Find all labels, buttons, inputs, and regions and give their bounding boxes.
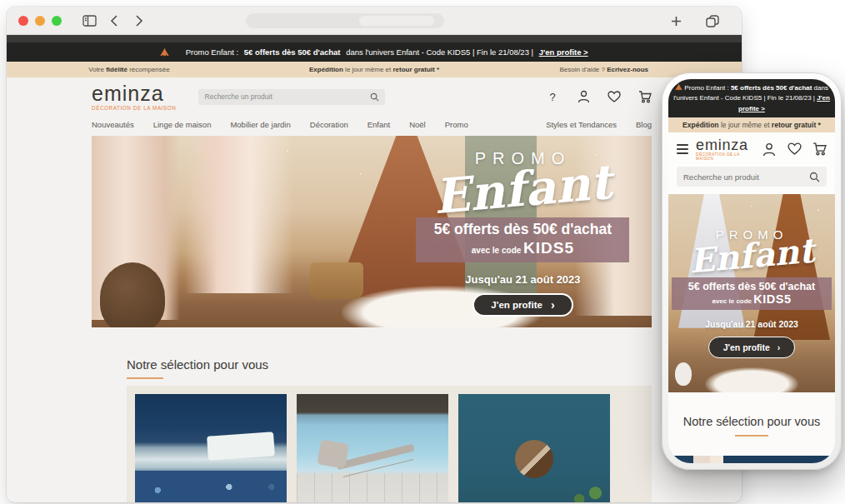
search-icon[interactable]	[809, 172, 820, 182]
teddy-bear-decor	[100, 262, 165, 327]
mobile-logo[interactable]: eminza DÉCORATION DE LA MAISON	[696, 137, 755, 161]
main-nav: Nouveautés Linge de maison Mobilier de j…	[7, 114, 742, 134]
search-bar[interactable]	[198, 89, 385, 105]
hero-cta-button[interactable]: J'en profite›	[472, 293, 572, 317]
nav-item-nouveautes[interactable]: Nouveautés	[92, 120, 134, 129]
hero-offer-strip: 5€ offerts dès 50€ d'achat avec le code …	[416, 217, 629, 262]
nav-item-linge-de-maison[interactable]: Linge de maison	[153, 120, 212, 129]
pink-canopy-decor	[185, 136, 293, 293]
hero-promo-code: KIDS5	[523, 239, 574, 257]
logo-tagline: DÉCORATION DE LA MAISON	[92, 105, 177, 111]
loyalty-text: Votre	[88, 66, 106, 73]
duvet-decor	[135, 471, 287, 502]
tab-overview-icon[interactable]	[703, 12, 722, 30]
promo-banner-text-middle: dans l'univers Enfant - Code KIDS5 | Fin…	[344, 47, 536, 57]
wishlist-heart-icon[interactable]	[788, 142, 802, 157]
mobile-logo-tagline: DÉCORATION DE LA MAISON	[696, 152, 755, 161]
logo[interactable]: eminza DÉCORATION DE LA MAISON	[92, 83, 177, 111]
product-image-pool-sun-lounger[interactable]	[297, 394, 448, 502]
product-image-raffia-round-mirror[interactable]	[458, 394, 610, 502]
hero-offer-strip: 5€ offerts dès 50€ d'achat avec le code …	[672, 277, 832, 310]
banner-top-strip	[7, 35, 742, 42]
loyalty-link[interactable]: Votre fidélité récompensée	[7, 66, 252, 73]
tent-icon	[675, 83, 682, 91]
nav-item-blog[interactable]: Blog	[636, 120, 652, 129]
mobile-selection-section: Notre sélection pour vous	[668, 392, 835, 456]
promo-banner-text-prefix: Promo Enfant :	[186, 47, 241, 57]
info-bar: Votre fidélité récompensée Expédition le…	[7, 62, 742, 77]
browser-toolbar	[7, 7, 742, 35]
address-bar[interactable]	[246, 13, 444, 28]
webpage: Promo Enfant : 5€ offerts dès 50€ d'acha…	[7, 35, 742, 502]
nav-item-enfant[interactable]: Enfant	[368, 120, 390, 129]
browser-window: Promo Enfant : 5€ offerts dès 50€ d'acha…	[7, 7, 742, 502]
nav-item-noel[interactable]: Noël	[409, 120, 426, 129]
nav-item-decoration[interactable]: Décoration	[310, 120, 348, 129]
lounger-decor	[337, 444, 415, 471]
product-image-blue-floral-bedding[interactable]	[135, 394, 287, 502]
mobile-hero-overlay: PROMO Enfant 5€ offerts dès 50€ d'achat …	[668, 194, 835, 392]
mobile-promo-offer: 5€ offerts dès 50€ d'achat	[731, 84, 812, 92]
basket-decor	[310, 262, 363, 299]
forward-icon[interactable]	[130, 12, 148, 30]
fullscreen-window-button[interactable]	[52, 16, 62, 26]
hero-overlay: PROMO Enfant 5€ offerts dès 50€ d'achat …	[394, 136, 652, 327]
promo-banner-cta-link[interactable]: J'en profite >	[539, 47, 588, 57]
pillow-decor	[207, 432, 275, 460]
address-bar-field	[359, 16, 434, 26]
title-underline	[127, 377, 163, 379]
header-icons: ?	[546, 90, 652, 103]
nav-item-promo[interactable]: Promo	[445, 120, 468, 129]
loyalty-text-bold: fidélité	[106, 66, 128, 73]
shipping-mid: le jour même et	[343, 66, 393, 73]
hero-offer-line: 5€ offerts dès 50€ d'achat	[416, 221, 629, 238]
close-window-button[interactable]	[18, 16, 28, 26]
hero-offer-line: 5€ offerts dès 50€ d'achat	[672, 281, 832, 292]
account-icon[interactable]	[577, 90, 590, 103]
logo-wordmark: eminza	[92, 83, 177, 104]
screenshot-canvas: Promo Enfant : 5€ offerts dès 50€ d'acha…	[0, 0, 845, 504]
nav-item-styles-et-tendances[interactable]: Styles et Tendances	[546, 120, 617, 129]
lemon-plant-decor	[563, 481, 610, 502]
mobile-info-bar: Expédition le jour même et retour gratui…	[668, 117, 835, 132]
menu-icon[interactable]	[677, 144, 688, 153]
mobile-screen: Promo Enfant : 5€ offerts dès 50€ d'acha…	[668, 79, 835, 463]
hero-banner[interactable]: PROMO Enfant 5€ offerts dès 50€ d'achat …	[92, 136, 652, 327]
account-icon[interactable]	[762, 142, 777, 157]
mobile-promo-banner[interactable]: Promo Enfant : 5€ offerts dès 50€ d'acha…	[668, 79, 835, 117]
mobile-search-bar[interactable]	[677, 167, 827, 187]
product-grid	[127, 386, 652, 502]
help-text-bold: Ecrivez-nous	[607, 66, 648, 73]
nav-item-mobilier-de-jardin[interactable]: Mobilier de jardin	[230, 120, 290, 129]
deck-planks-decor	[297, 473, 448, 502]
mobile-section-title: Notre sélection pour vous	[668, 415, 835, 428]
mobile-search-input[interactable]	[683, 172, 809, 182]
title-underline	[735, 435, 768, 437]
sidebar-toggle-icon[interactable]	[80, 12, 98, 30]
hero-cta-label: J'en profite	[491, 300, 542, 310]
help-icon[interactable]: ?	[546, 90, 559, 103]
promo-banner-offer: 5€ offerts dès 50€ d'achat	[244, 47, 341, 57]
search-input[interactable]	[198, 92, 370, 101]
mobile-shipping-mid: le jour même et	[719, 121, 772, 129]
hero-deadline: Jusqu'au 21 août 2023	[705, 319, 798, 329]
mobile-hero-banner[interactable]: PROMO Enfant 5€ offerts dès 50€ d'achat …	[668, 194, 835, 392]
wishlist-heart-icon[interactable]	[608, 90, 621, 103]
back-icon[interactable]	[105, 12, 123, 30]
new-tab-icon[interactable]	[667, 12, 685, 30]
mobile-promo-prefix: Promo Enfant :	[684, 84, 731, 92]
mobile-shipping-bold2: retour gratuit *	[772, 121, 821, 129]
cart-icon[interactable]	[812, 142, 827, 157]
minimize-window-button[interactable]	[35, 16, 45, 26]
mobile-shipping-bold: Expédition	[682, 121, 718, 129]
hero-cta-label: J'en profite	[723, 342, 770, 352]
mobile-mockup: Promo Enfant : 5€ offerts dès 50€ d'acha…	[662, 72, 842, 470]
cart-icon[interactable]	[638, 90, 652, 103]
hero-deadline: Jusqu'au 21 août 2023	[465, 273, 580, 286]
search-icon[interactable]	[370, 92, 385, 102]
promo-banner[interactable]: Promo Enfant : 5€ offerts dès 50€ d'acha…	[7, 42, 742, 62]
hero-promo-code: KIDS5	[753, 292, 791, 306]
mobile-hero-cta-button[interactable]: J'en profite›	[708, 337, 796, 358]
shipping-bold: Expédition	[309, 66, 343, 73]
hero-code-prefix: avec le code	[472, 246, 523, 255]
